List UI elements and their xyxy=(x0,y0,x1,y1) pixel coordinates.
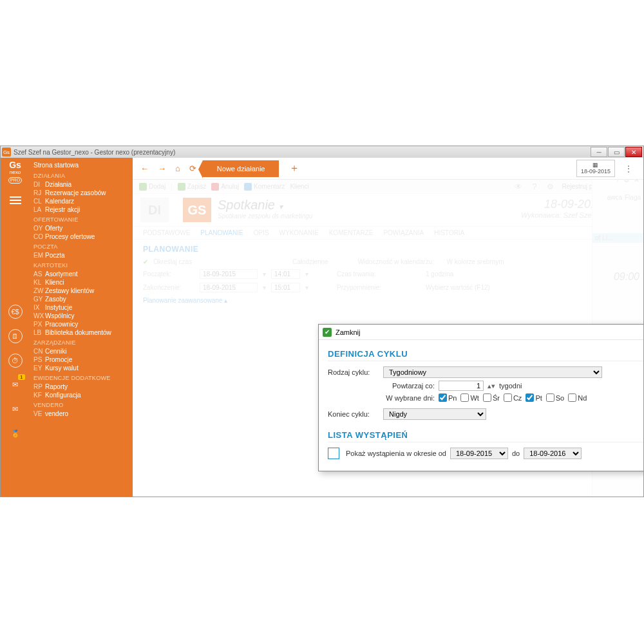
sidebar-item[interactable]: KFKonfiguracja xyxy=(33,391,133,399)
show-occurrences-label: Pokaż wystąpienia w okresie od xyxy=(346,450,446,457)
date-badge[interactable]: ▦ 18-09-2015 xyxy=(576,160,615,178)
nav-back-icon[interactable]: ← xyxy=(138,164,151,173)
sidebar-item[interactable]: IXInstytucje xyxy=(33,303,133,312)
spinner-icon[interactable]: ▴▾ xyxy=(488,382,495,390)
tab-add-button[interactable]: ＋ xyxy=(283,162,306,175)
save-button[interactable]: Zapisz xyxy=(178,183,206,191)
all-day-label: Całodzienne xyxy=(292,258,328,265)
sidebar-item[interactable]: OYOferty xyxy=(33,224,133,232)
menu-toggle-button[interactable] xyxy=(6,194,25,207)
repeat-every-input[interactable] xyxy=(439,381,484,391)
sidebar-item[interactable]: PSPromocje xyxy=(33,355,133,364)
repeat-unit-label: tygodni xyxy=(499,382,522,390)
currency-icon[interactable]: €$ xyxy=(8,305,23,319)
overflow-menu-icon[interactable]: ⋮ xyxy=(619,164,638,174)
mail-icon[interactable]: ✉ xyxy=(8,402,23,417)
planning-heading: PLANOWANIE xyxy=(133,240,643,256)
sidebar-item[interactable]: KLKlienci xyxy=(33,278,133,287)
sidebar-item[interactable]: EMPoczta xyxy=(33,251,133,260)
end-label: Zakończenie: xyxy=(143,284,194,291)
sidebar-group-header: POCZTA xyxy=(33,242,133,251)
nav-forward-icon[interactable]: → xyxy=(155,164,169,173)
app-icon: Gs xyxy=(2,147,11,156)
sidebar-group-header: OFERTOWANIE xyxy=(33,215,133,224)
cycle-end-select[interactable]: Nigdy xyxy=(383,408,486,420)
occurrences-to-select[interactable]: 18-09-2016 xyxy=(524,448,582,459)
chip-di: DI xyxy=(140,198,169,222)
minimize-button[interactable]: ─ xyxy=(591,147,607,157)
inner-tab[interactable]: POWIĄZANIA xyxy=(383,229,424,236)
cycle-end-label: Koniec cyklu: xyxy=(328,410,379,418)
cancel-button[interactable]: Anuluj xyxy=(211,183,239,191)
sidebar-item[interactable]: GYZasoby xyxy=(33,295,133,303)
gear-icon[interactable]: ⚙ xyxy=(544,182,556,191)
inner-tab[interactable]: PLANOWANIE xyxy=(200,229,243,236)
help-icon[interactable]: ? xyxy=(530,182,540,191)
calendar-clock-icon[interactable]: 🗓 xyxy=(8,329,23,343)
mail-badge-icon[interactable]: ✉ xyxy=(8,378,23,392)
occurrences-to-label: do xyxy=(512,450,520,457)
sidebar-item[interactable]: CLKalendarz xyxy=(33,197,133,205)
sidebar-item[interactable]: CNCenniki xyxy=(33,347,133,355)
day-checkbox-pt[interactable]: Pt xyxy=(526,393,542,402)
nav-home-icon[interactable]: ⌂ xyxy=(173,164,183,173)
sidebar-item[interactable]: RJRezerwacje zasobów xyxy=(33,189,133,197)
advanced-planning-link[interactable]: Planowanie zaawansowane▴ xyxy=(133,294,238,307)
dialog-close-label[interactable]: Zamknij xyxy=(336,328,361,336)
close-button[interactable]: ✕ xyxy=(625,147,642,157)
start-date-input[interactable] xyxy=(200,269,258,279)
day-checkbox-śr[interactable]: Śr xyxy=(483,393,500,402)
sidebar-item[interactable]: ASAsortyment xyxy=(33,270,133,278)
sidebar-item[interactable]: DIDziałania xyxy=(33,180,133,189)
clients-button[interactable]: Klienci xyxy=(290,183,308,190)
sidebar-item[interactable]: COProcesy ofertowe xyxy=(33,232,133,241)
end-date-input[interactable] xyxy=(200,283,258,292)
sidebar-item[interactable]: EYKursy walut xyxy=(33,364,133,372)
record-title: Spotkanie ▾ xyxy=(218,198,312,213)
reminder-value: Wybierz wartość (F12) xyxy=(426,284,490,291)
sidebar-item[interactable]: ZWZestawy klientów xyxy=(33,287,133,295)
record-header: DI GS Spotkanie ▾ Spotkanie zespołu ds m… xyxy=(133,194,643,227)
window-title: Szef Szef na Gestor_nexo - Gestor nexo (… xyxy=(14,149,590,156)
add-button[interactable]: Dodaj xyxy=(139,183,166,191)
reminder-label: Przypomnienie: xyxy=(337,284,421,291)
start-time-input[interactable] xyxy=(271,269,300,279)
end-time-input[interactable] xyxy=(271,283,300,292)
action-toolbar: Dodaj | Zapisz Anuluj Komentarz Klienci … xyxy=(133,180,643,194)
occurrences-from-select[interactable]: 18-09-2015 xyxy=(450,448,508,459)
col-header-2: Flaga xyxy=(625,194,641,201)
sidebar-item[interactable]: LBBiblioteka dokumentów xyxy=(33,328,133,337)
sidebar-group-header: KARTOTEKI xyxy=(33,261,133,270)
inner-tab[interactable]: OPIS xyxy=(254,229,269,236)
day-checkbox-so[interactable]: So xyxy=(546,393,564,402)
planning-form: ✔ Określaj czas Całodzienne Widoczność w… xyxy=(133,256,643,294)
inner-tab[interactable]: KOMENTARZE xyxy=(329,229,374,236)
selected-days-label: W wybrane dni: xyxy=(383,394,435,402)
sidebar-item-start[interactable]: Strona startowa xyxy=(33,160,133,171)
day-checkbox-pn[interactable]: Pn xyxy=(439,393,457,402)
sidebar-item[interactable]: LARejestr akcji xyxy=(33,205,133,214)
visibility-value: W kolorze srebrnym xyxy=(447,258,504,265)
sidebar-item[interactable]: RPRaporty xyxy=(33,383,133,391)
start-label: Początek: xyxy=(143,270,194,278)
inner-tab[interactable]: PODSTAWOWE xyxy=(143,229,190,236)
comment-button[interactable]: Komentarz xyxy=(244,183,285,191)
eye-icon[interactable]: 👁 xyxy=(512,182,525,191)
show-occurrences-checkbox[interactable] xyxy=(328,448,339,459)
certificate-icon[interactable]: 🏅 xyxy=(8,427,23,441)
sidebar-group-header: DZIAŁANIA xyxy=(33,171,133,180)
maximize-button[interactable]: ▭ xyxy=(608,147,625,157)
timer-icon[interactable]: ⏱ xyxy=(8,354,23,368)
visibility-label: Widoczność w kalendarzu: xyxy=(358,258,442,265)
inner-tab[interactable]: HISTORIA xyxy=(434,229,464,236)
nav-refresh-icon[interactable]: ⟳ xyxy=(187,164,199,173)
sidebar-item[interactable]: WXWspólnicy xyxy=(33,312,133,320)
day-checkbox-wt[interactable]: Wt xyxy=(460,393,478,402)
tab-new-action[interactable]: Nowe działanie xyxy=(203,160,279,177)
cycle-kind-select[interactable]: Tygodniowy xyxy=(383,366,602,378)
day-checkbox-cz[interactable]: Cz xyxy=(504,393,522,402)
sidebar-item[interactable]: VEvendero xyxy=(33,410,133,418)
sidebar-item[interactable]: PXPracownicy xyxy=(33,320,133,328)
day-checkbox-nd[interactable]: Nd xyxy=(568,393,587,402)
inner-tab[interactable]: WYKONANIE xyxy=(279,229,319,236)
